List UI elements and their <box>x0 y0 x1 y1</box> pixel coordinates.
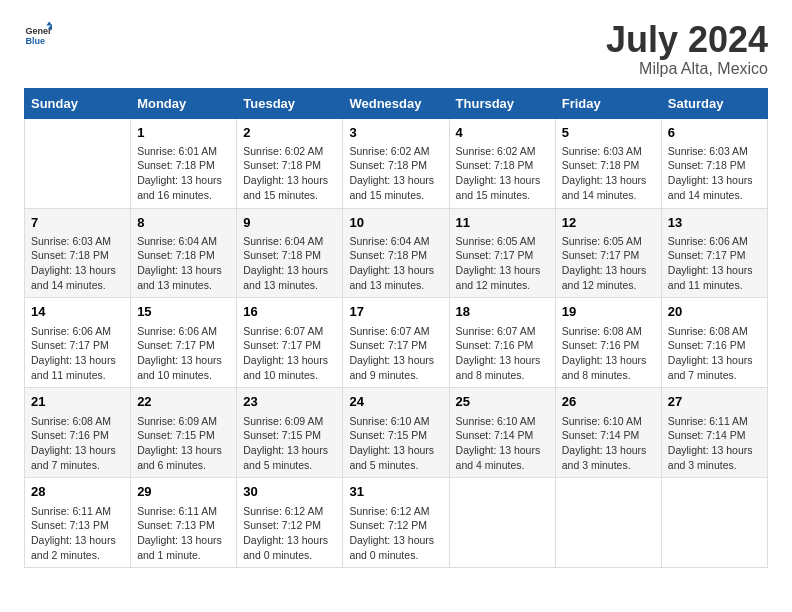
calendar-week-row: 28Sunrise: 6:11 AM Sunset: 7:13 PM Dayli… <box>25 478 768 568</box>
calendar-cell: 10Sunrise: 6:04 AM Sunset: 7:18 PM Dayli… <box>343 208 449 298</box>
calendar-cell: 28Sunrise: 6:11 AM Sunset: 7:13 PM Dayli… <box>25 478 131 568</box>
day-number: 19 <box>562 303 655 321</box>
day-info: Sunrise: 6:06 AM Sunset: 7:17 PM Dayligh… <box>668 235 753 291</box>
day-info: Sunrise: 6:07 AM Sunset: 7:17 PM Dayligh… <box>243 325 328 381</box>
calendar-cell: 20Sunrise: 6:08 AM Sunset: 7:16 PM Dayli… <box>661 298 767 388</box>
day-number: 26 <box>562 393 655 411</box>
calendar-cell: 12Sunrise: 6:05 AM Sunset: 7:17 PM Dayli… <box>555 208 661 298</box>
day-info: Sunrise: 6:01 AM Sunset: 7:18 PM Dayligh… <box>137 145 222 201</box>
calendar-cell: 21Sunrise: 6:08 AM Sunset: 7:16 PM Dayli… <box>25 388 131 478</box>
day-info: Sunrise: 6:06 AM Sunset: 7:17 PM Dayligh… <box>137 325 222 381</box>
calendar-week-row: 21Sunrise: 6:08 AM Sunset: 7:16 PM Dayli… <box>25 388 768 478</box>
day-number: 5 <box>562 124 655 142</box>
calendar-cell <box>449 478 555 568</box>
day-number: 16 <box>243 303 336 321</box>
day-info: Sunrise: 6:09 AM Sunset: 7:15 PM Dayligh… <box>137 415 222 471</box>
day-info: Sunrise: 6:07 AM Sunset: 7:17 PM Dayligh… <box>349 325 434 381</box>
day-number: 13 <box>668 214 761 232</box>
calendar-cell: 2Sunrise: 6:02 AM Sunset: 7:18 PM Daylig… <box>237 118 343 208</box>
calendar-week-row: 1Sunrise: 6:01 AM Sunset: 7:18 PM Daylig… <box>25 118 768 208</box>
day-info: Sunrise: 6:10 AM Sunset: 7:14 PM Dayligh… <box>562 415 647 471</box>
day-number: 31 <box>349 483 442 501</box>
day-number: 15 <box>137 303 230 321</box>
calendar-cell: 13Sunrise: 6:06 AM Sunset: 7:17 PM Dayli… <box>661 208 767 298</box>
calendar-cell: 1Sunrise: 6:01 AM Sunset: 7:18 PM Daylig… <box>131 118 237 208</box>
day-info: Sunrise: 6:03 AM Sunset: 7:18 PM Dayligh… <box>562 145 647 201</box>
day-info: Sunrise: 6:08 AM Sunset: 7:16 PM Dayligh… <box>562 325 647 381</box>
day-info: Sunrise: 6:10 AM Sunset: 7:15 PM Dayligh… <box>349 415 434 471</box>
svg-text:General: General <box>25 26 52 36</box>
col-friday: Friday <box>555 88 661 118</box>
col-wednesday: Wednesday <box>343 88 449 118</box>
day-number: 25 <box>456 393 549 411</box>
calendar-cell <box>555 478 661 568</box>
day-info: Sunrise: 6:06 AM Sunset: 7:17 PM Dayligh… <box>31 325 116 381</box>
day-info: Sunrise: 6:02 AM Sunset: 7:18 PM Dayligh… <box>456 145 541 201</box>
day-info: Sunrise: 6:02 AM Sunset: 7:18 PM Dayligh… <box>243 145 328 201</box>
day-info: Sunrise: 6:07 AM Sunset: 7:16 PM Dayligh… <box>456 325 541 381</box>
calendar-cell: 23Sunrise: 6:09 AM Sunset: 7:15 PM Dayli… <box>237 388 343 478</box>
day-number: 14 <box>31 303 124 321</box>
day-info: Sunrise: 6:05 AM Sunset: 7:17 PM Dayligh… <box>562 235 647 291</box>
calendar-cell <box>25 118 131 208</box>
day-number: 21 <box>31 393 124 411</box>
col-tuesday: Tuesday <box>237 88 343 118</box>
day-info: Sunrise: 6:08 AM Sunset: 7:16 PM Dayligh… <box>668 325 753 381</box>
day-info: Sunrise: 6:04 AM Sunset: 7:18 PM Dayligh… <box>137 235 222 291</box>
day-number: 1 <box>137 124 230 142</box>
day-number: 2 <box>243 124 336 142</box>
calendar-cell <box>661 478 767 568</box>
day-number: 8 <box>137 214 230 232</box>
col-thursday: Thursday <box>449 88 555 118</box>
calendar-cell: 27Sunrise: 6:11 AM Sunset: 7:14 PM Dayli… <box>661 388 767 478</box>
calendar-cell: 11Sunrise: 6:05 AM Sunset: 7:17 PM Dayli… <box>449 208 555 298</box>
day-number: 12 <box>562 214 655 232</box>
day-number: 30 <box>243 483 336 501</box>
calendar-body: 1Sunrise: 6:01 AM Sunset: 7:18 PM Daylig… <box>25 118 768 568</box>
page-header: General Blue July 2024 Milpa Alta, Mexic… <box>24 20 768 78</box>
calendar-cell: 24Sunrise: 6:10 AM Sunset: 7:15 PM Dayli… <box>343 388 449 478</box>
calendar-header: Sunday Monday Tuesday Wednesday Thursday… <box>25 88 768 118</box>
calendar-cell: 14Sunrise: 6:06 AM Sunset: 7:17 PM Dayli… <box>25 298 131 388</box>
calendar-week-row: 14Sunrise: 6:06 AM Sunset: 7:17 PM Dayli… <box>25 298 768 388</box>
calendar-cell: 18Sunrise: 6:07 AM Sunset: 7:16 PM Dayli… <box>449 298 555 388</box>
day-info: Sunrise: 6:11 AM Sunset: 7:13 PM Dayligh… <box>31 505 116 561</box>
calendar-cell: 4Sunrise: 6:02 AM Sunset: 7:18 PM Daylig… <box>449 118 555 208</box>
calendar-cell: 7Sunrise: 6:03 AM Sunset: 7:18 PM Daylig… <box>25 208 131 298</box>
calendar-title: July 2024 <box>606 20 768 60</box>
col-sunday: Sunday <box>25 88 131 118</box>
calendar-cell: 17Sunrise: 6:07 AM Sunset: 7:17 PM Dayli… <box>343 298 449 388</box>
day-number: 4 <box>456 124 549 142</box>
day-number: 9 <box>243 214 336 232</box>
day-number: 18 <box>456 303 549 321</box>
day-number: 3 <box>349 124 442 142</box>
calendar-cell: 6Sunrise: 6:03 AM Sunset: 7:18 PM Daylig… <box>661 118 767 208</box>
col-monday: Monday <box>131 88 237 118</box>
day-info: Sunrise: 6:03 AM Sunset: 7:18 PM Dayligh… <box>31 235 116 291</box>
calendar-cell: 9Sunrise: 6:04 AM Sunset: 7:18 PM Daylig… <box>237 208 343 298</box>
day-number: 17 <box>349 303 442 321</box>
day-number: 22 <box>137 393 230 411</box>
calendar-subtitle: Milpa Alta, Mexico <box>606 60 768 78</box>
day-info: Sunrise: 6:08 AM Sunset: 7:16 PM Dayligh… <box>31 415 116 471</box>
calendar-table: Sunday Monday Tuesday Wednesday Thursday… <box>24 88 768 569</box>
svg-text:Blue: Blue <box>25 36 45 46</box>
day-info: Sunrise: 6:03 AM Sunset: 7:18 PM Dayligh… <box>668 145 753 201</box>
logo: General Blue <box>24 20 52 48</box>
day-info: Sunrise: 6:05 AM Sunset: 7:17 PM Dayligh… <box>456 235 541 291</box>
day-info: Sunrise: 6:12 AM Sunset: 7:12 PM Dayligh… <box>243 505 328 561</box>
calendar-cell: 8Sunrise: 6:04 AM Sunset: 7:18 PM Daylig… <box>131 208 237 298</box>
day-info: Sunrise: 6:04 AM Sunset: 7:18 PM Dayligh… <box>243 235 328 291</box>
day-number: 29 <box>137 483 230 501</box>
day-number: 27 <box>668 393 761 411</box>
generalblue-logo-icon: General Blue <box>24 20 52 48</box>
calendar-week-row: 7Sunrise: 6:03 AM Sunset: 7:18 PM Daylig… <box>25 208 768 298</box>
day-number: 10 <box>349 214 442 232</box>
calendar-cell: 22Sunrise: 6:09 AM Sunset: 7:15 PM Dayli… <box>131 388 237 478</box>
day-number: 24 <box>349 393 442 411</box>
calendar-cell: 30Sunrise: 6:12 AM Sunset: 7:12 PM Dayli… <box>237 478 343 568</box>
calendar-cell: 29Sunrise: 6:11 AM Sunset: 7:13 PM Dayli… <box>131 478 237 568</box>
day-number: 6 <box>668 124 761 142</box>
weekday-header-row: Sunday Monday Tuesday Wednesday Thursday… <box>25 88 768 118</box>
col-saturday: Saturday <box>661 88 767 118</box>
